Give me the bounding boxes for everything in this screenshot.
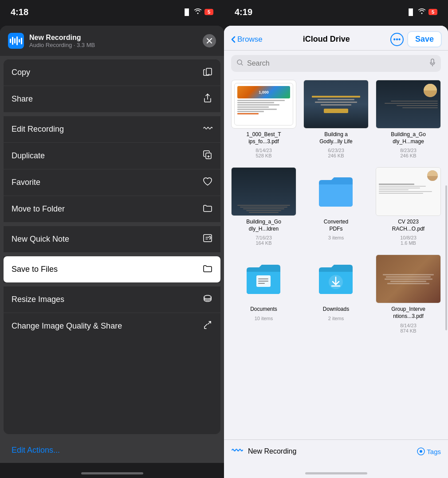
- new-quick-note-icon: [203, 233, 212, 245]
- file-meta-building-mage: 8/23/23246 KB: [400, 148, 417, 158]
- close-button[interactable]: [203, 34, 216, 47]
- edit-actions-section: Edit Actions...: [4, 438, 220, 463]
- edit-recording-label: Edit Recording: [12, 125, 64, 134]
- more-icon: •••: [393, 35, 401, 43]
- file-item-1000best[interactable]: 1,000: [231, 80, 296, 158]
- resize-images-icon: [203, 294, 212, 306]
- menu-list: Copy Share: [4, 59, 220, 434]
- folder-svg-converted: [317, 174, 355, 209]
- file-item-cv2023[interactable]: CV 2023RACH...O.pdf 10/8/231.6 MB: [376, 167, 441, 246]
- menu-item-change-image-quality[interactable]: Change Image Quality & Share: [4, 313, 220, 339]
- home-indicator-right: [224, 463, 448, 478]
- file-name-building-children: Building_a_Godly_H...ldren: [246, 219, 281, 232]
- move-to-folder-icon: [203, 203, 212, 215]
- resize-images-label: Resize Images: [12, 295, 64, 304]
- right-panel: 4:19 ▐▌ 5 Browse iCloud Drive: [224, 0, 448, 478]
- mic-icon: [429, 59, 436, 68]
- folder-documents-container: [231, 255, 296, 303]
- files-row-2: Building_a_Godly_H...ldren 7/16/23164 KB: [231, 167, 441, 246]
- svg-point-9: [204, 295, 211, 299]
- left-panel: 4:18 ▐▌ 5: [0, 0, 224, 478]
- action-sheet: New Recording Audio Recording · 3.3 MB C…: [0, 26, 224, 463]
- file-name-converted-pdfs: ConvertedPDFs: [324, 219, 348, 232]
- file-name-building-life: Building aGodly...lly Life: [319, 131, 352, 145]
- menu-item-share[interactable]: Share: [4, 86, 220, 113]
- separator-1: [4, 113, 220, 116]
- file-item-group-interventions[interactable]: Group_Interventions...3.pdf 8/14/23874 K…: [376, 255, 441, 333]
- home-bar-right: [305, 472, 367, 474]
- file-meta-cv2023: 10/8/231.6 MB: [400, 235, 417, 246]
- files-row-3: Documents 10 items: [231, 255, 441, 333]
- time-right: 4:19: [235, 7, 252, 17]
- file-meta-building-children: 7/16/23164 KB: [255, 235, 272, 246]
- file-name-documents: Documents: [250, 306, 277, 313]
- status-icons-right: ▐▌ 5: [406, 8, 437, 16]
- recording-title: New Recording: [29, 34, 95, 42]
- search-bar: [231, 55, 441, 72]
- change-image-quality-label: Change Image Quality & Share: [12, 321, 122, 331]
- svg-point-21: [420, 450, 422, 453]
- back-button[interactable]: Browse: [231, 35, 263, 44]
- file-item-building-godly-mage[interactable]: Building_a_Godly_H...mage 8/23/23246 KB: [376, 80, 441, 158]
- scrollbar[interactable]: [445, 185, 447, 331]
- file-item-converted-pdfs[interactable]: ConvertedPDFs 3 items: [303, 167, 369, 246]
- file-thumb-building-children: [231, 167, 296, 216]
- file-name-1000best: 1_000_Best_Tips_fo...3.pdf: [246, 131, 281, 145]
- folder-svg-downloads: [317, 261, 355, 297]
- search-input[interactable]: [247, 59, 426, 67]
- rec-waveform-icon: [231, 445, 244, 458]
- file-item-documents[interactable]: Documents 10 items: [231, 255, 296, 333]
- status-icons-left: ▐▌ 5: [182, 8, 213, 16]
- battery-left: 5: [204, 9, 213, 15]
- duplicate-icon: [203, 150, 212, 162]
- move-to-folder-label: Move to Folder: [12, 204, 65, 214]
- menu-item-copy[interactable]: Copy: [4, 59, 220, 86]
- waveform-bars: [10, 36, 22, 45]
- save-button[interactable]: Save: [408, 32, 441, 47]
- file-item-building-godly-life[interactable]: Building aGodly...lly Life 6/23/23246 KB: [303, 80, 369, 158]
- file-thumb-1000best: 1,000: [231, 80, 296, 129]
- recording-bottom-left: New Recording: [231, 445, 296, 458]
- wifi-icon-left: [194, 8, 202, 16]
- file-meta-1000best: 8/14/23528 KB: [255, 148, 272, 158]
- separator-3: [4, 253, 220, 256]
- share-label: Share: [12, 94, 33, 104]
- folder-svg-documents: [245, 261, 283, 297]
- more-button[interactable]: •••: [390, 33, 404, 46]
- menu-item-favorite[interactable]: Favorite: [4, 169, 220, 196]
- tags-label: Tags: [427, 448, 441, 455]
- home-indicator-left: [0, 463, 224, 478]
- new-quick-note-label: New Quick Note: [12, 235, 69, 244]
- file-meta-converted-pdfs: 3 items: [328, 235, 344, 240]
- file-meta-building-life: 6/23/23246 KB: [328, 148, 344, 158]
- menu-item-duplicate[interactable]: Duplicate: [4, 143, 220, 169]
- menu-item-edit-recording[interactable]: Edit Recording: [4, 116, 220, 143]
- time-left: 4:18: [11, 7, 28, 17]
- search-icon: [236, 59, 244, 68]
- menu-item-save-to-files[interactable]: Save to Files: [4, 256, 220, 283]
- file-item-downloads[interactable]: Downloads 2 items: [303, 255, 369, 333]
- file-thumb-cv2023: [376, 167, 441, 216]
- file-thumb-converted-pdfs: [303, 167, 369, 216]
- folder-downloads-container: [303, 255, 369, 303]
- file-name-group-interventions: Group_Interventions...3.pdf: [391, 306, 425, 320]
- waveform-icon: [8, 33, 24, 49]
- menu-item-new-quick-note[interactable]: New Quick Note: [4, 226, 220, 253]
- recording-text: New Recording Audio Recording · 3.3 MB: [29, 34, 95, 48]
- menu-item-move-to-folder[interactable]: Move to Folder: [4, 196, 220, 223]
- tags-button[interactable]: Tags: [417, 447, 441, 455]
- file-item-building-children[interactable]: Building_a_Godly_H...ldren 7/16/23164 KB: [231, 167, 296, 246]
- icloud-sheet: Browse iCloud Drive ••• Save: [224, 26, 448, 478]
- file-thumb-downloads: [303, 255, 369, 303]
- icloud-title: iCloud Drive: [303, 35, 350, 44]
- files-grid: 1,000: [224, 76, 448, 439]
- files-content: 1,000: [224, 76, 448, 439]
- files-row-1: 1,000: [231, 80, 441, 158]
- share-icon: [203, 93, 212, 105]
- menu-item-resize-images[interactable]: Resize Images: [4, 286, 220, 313]
- edit-actions-link[interactable]: Edit Actions...: [12, 446, 60, 454]
- copy-icon: [203, 67, 212, 78]
- recording-bottom-title: New Recording: [248, 447, 296, 455]
- copy-label: Copy: [12, 68, 30, 77]
- favorite-icon: [203, 176, 212, 188]
